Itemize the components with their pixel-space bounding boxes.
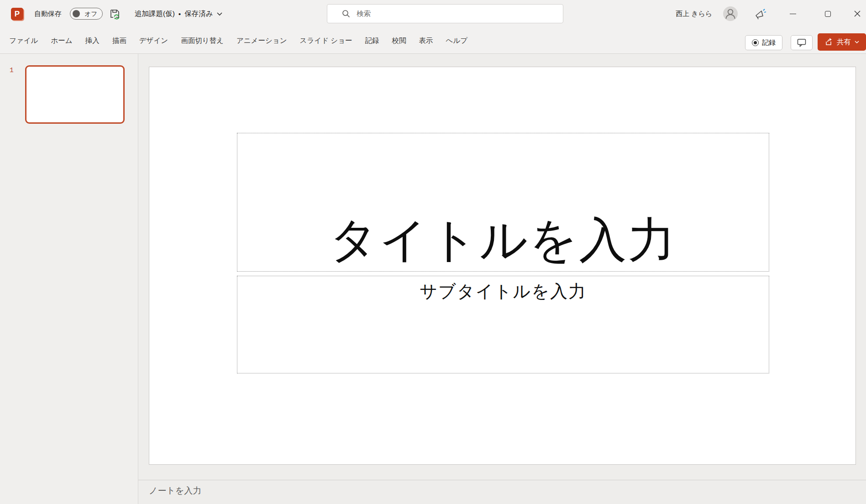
document-save-status: 保存済み <box>184 9 213 19</box>
save-button[interactable] <box>109 7 121 20</box>
slide-number: 1 <box>10 67 14 74</box>
slide-thumbnail-panel: 1 <box>0 54 138 504</box>
user-name: 西上 きらら <box>676 10 712 18</box>
minimize-icon <box>790 14 796 14</box>
toggle-knob-icon <box>73 10 80 17</box>
tab-help[interactable]: ヘルプ <box>440 27 474 53</box>
comments-button[interactable] <box>791 35 813 50</box>
ribbon-tabs: ファイル ホーム 挿入 描画 デザイン 画面切り替え アニメーション スライド … <box>3 27 474 53</box>
chevron-down-icon <box>217 12 222 16</box>
autosave-toggle[interactable]: オフ <box>70 8 103 20</box>
tab-view[interactable]: 表示 <box>413 27 440 53</box>
document-title-separator: • <box>178 10 181 18</box>
megaphone-icon <box>753 8 767 21</box>
share-button[interactable]: 共有 <box>818 33 866 51</box>
restore-icon <box>825 11 831 17</box>
tab-slideshow[interactable]: スライド ショー <box>294 27 359 53</box>
share-button-label: 共有 <box>837 37 851 47</box>
minimize-button[interactable] <box>781 0 805 27</box>
record-icon <box>752 39 759 46</box>
subtitle-placeholder[interactable]: サブタイトルを入力 <box>237 276 769 373</box>
title-placeholder-text: タイトルを入力 <box>329 209 677 271</box>
share-icon <box>824 38 833 46</box>
subtitle-placeholder-text: サブタイトルを入力 <box>420 282 587 301</box>
sync-arrows-icon <box>115 15 119 19</box>
tab-insert[interactable]: 挿入 <box>79 27 106 53</box>
search-bar[interactable] <box>327 4 563 23</box>
search-input[interactable] <box>357 10 539 18</box>
chevron-down-icon <box>855 41 859 44</box>
comment-icon <box>797 38 806 47</box>
slide-canvas[interactable]: タイトルを入力 サブタイトルを入力 <box>149 67 856 465</box>
tab-record[interactable]: 記録 <box>359 27 386 53</box>
tab-transitions[interactable]: 画面切り替え <box>174 27 230 53</box>
autosave-state-label: オフ <box>84 10 97 18</box>
record-button[interactable]: 記録 <box>745 35 782 50</box>
powerpoint-app-icon[interactable]: P <box>11 8 23 20</box>
title-bar: P 自動保存 オフ 追加課題(仮) <box>0 0 866 27</box>
autosave-label: 自動保存 <box>34 10 62 18</box>
document-title: 追加課題(仮) <box>135 9 175 19</box>
avatar[interactable] <box>723 6 738 21</box>
tab-home[interactable]: ホーム <box>44 27 79 53</box>
tab-draw[interactable]: 描画 <box>106 27 133 53</box>
ribbon-tab-bar: ファイル ホーム 挿入 描画 デザイン 画面切り替え アニメーション スライド … <box>0 27 866 54</box>
slide-thumbnail-1[interactable] <box>25 65 125 124</box>
tab-file[interactable]: ファイル <box>3 27 44 53</box>
tab-animations[interactable]: アニメーション <box>230 27 294 53</box>
whats-new-button[interactable] <box>752 7 768 21</box>
restore-button[interactable] <box>815 0 840 27</box>
close-button[interactable] <box>848 0 866 27</box>
powerpoint-window: P 自動保存 オフ 追加課題(仮) <box>0 0 866 504</box>
search-icon <box>342 10 350 18</box>
document-title-dropdown[interactable]: 追加課題(仮) • 保存済み <box>135 9 222 19</box>
person-icon <box>723 6 738 21</box>
tab-review[interactable]: 校閲 <box>386 27 413 53</box>
close-icon <box>854 10 861 17</box>
record-button-label: 記録 <box>762 38 776 47</box>
tab-design[interactable]: デザイン <box>133 27 174 53</box>
notes-pane-divider[interactable] <box>138 480 866 480</box>
notes-input[interactable]: ノートを入力 <box>149 485 201 497</box>
title-placeholder[interactable]: タイトルを入力 <box>237 133 769 272</box>
